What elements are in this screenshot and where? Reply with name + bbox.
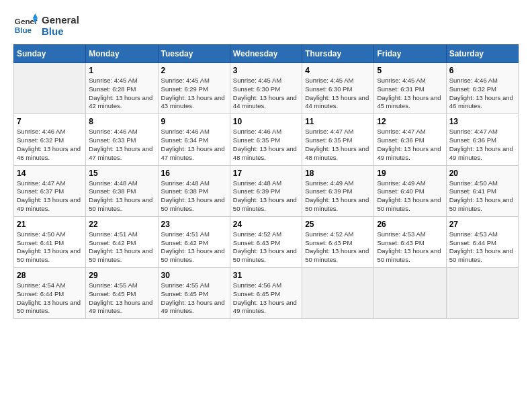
- calendar-cell: 7Sunrise: 4:46 AMSunset: 6:32 PMDaylight…: [14, 114, 86, 165]
- calendar-cell: 10Sunrise: 4:46 AMSunset: 6:35 PMDayligh…: [230, 114, 302, 165]
- day-info: Sunrise: 4:50 AMSunset: 6:41 PMDaylight:…: [449, 179, 515, 214]
- day-number: 8: [89, 117, 154, 126]
- day-number: 25: [305, 220, 371, 229]
- day-info: Sunrise: 4:51 AMSunset: 6:42 PMDaylight:…: [89, 230, 154, 265]
- calendar-cell: 21Sunrise: 4:50 AMSunset: 6:41 PMDayligh…: [14, 216, 86, 267]
- calendar-cell: 12Sunrise: 4:47 AMSunset: 6:36 PMDayligh…: [374, 114, 446, 165]
- day-number: 21: [17, 220, 83, 229]
- calendar-cell: 5Sunrise: 4:45 AMSunset: 6:31 PMDaylight…: [374, 63, 446, 114]
- calendar-cell: 14Sunrise: 4:47 AMSunset: 6:37 PMDayligh…: [14, 165, 86, 216]
- logo: General Blue General Blue: [13, 13, 79, 38]
- day-number: 28: [17, 271, 83, 280]
- day-number: 23: [161, 220, 227, 229]
- calendar-cell: 31Sunrise: 4:56 AMSunset: 6:45 PMDayligh…: [230, 268, 302, 319]
- day-number: 5: [377, 66, 443, 75]
- calendar-cell: 8Sunrise: 4:46 AMSunset: 6:33 PMDaylight…: [86, 114, 158, 165]
- calendar-cell: 2Sunrise: 4:45 AMSunset: 6:29 PMDaylight…: [158, 63, 230, 114]
- day-number: 1: [89, 66, 154, 75]
- day-number: 7: [17, 117, 83, 126]
- day-number: 31: [233, 271, 299, 280]
- calendar-cell: 23Sunrise: 4:51 AMSunset: 6:42 PMDayligh…: [158, 216, 230, 267]
- day-info: Sunrise: 4:52 AMSunset: 6:43 PMDaylight:…: [233, 230, 299, 265]
- calendar-cell: 17Sunrise: 4:48 AMSunset: 6:39 PMDayligh…: [230, 165, 302, 216]
- day-info: Sunrise: 4:49 AMSunset: 6:39 PMDaylight:…: [305, 179, 371, 214]
- logo-icon: General Blue: [13, 13, 38, 38]
- day-number: 2: [161, 66, 227, 75]
- day-number: 29: [89, 271, 154, 280]
- day-number: 12: [377, 117, 443, 126]
- calendar-cell: 30Sunrise: 4:55 AMSunset: 6:45 PMDayligh…: [158, 268, 230, 319]
- day-info: Sunrise: 4:48 AMSunset: 6:39 PMDaylight:…: [233, 179, 299, 214]
- day-info: Sunrise: 4:46 AMSunset: 6:32 PMDaylight:…: [17, 128, 83, 162]
- day-number: 3: [233, 66, 299, 75]
- day-info: Sunrise: 4:50 AMSunset: 6:41 PMDaylight:…: [17, 230, 83, 265]
- day-number: 9: [161, 117, 227, 126]
- logo-general: General: [42, 14, 79, 26]
- weekday-header-row: SundayMondayTuesdayWednesdayThursdayFrid…: [14, 45, 519, 63]
- calendar-table: SundayMondayTuesdayWednesdayThursdayFrid…: [13, 44, 519, 319]
- day-info: Sunrise: 4:47 AMSunset: 6:37 PMDaylight:…: [17, 179, 83, 214]
- calendar-cell: 4Sunrise: 4:45 AMSunset: 6:30 PMDaylight…: [302, 63, 374, 114]
- calendar-cell: 6Sunrise: 4:46 AMSunset: 6:32 PMDaylight…: [446, 63, 518, 114]
- day-number: 6: [449, 66, 515, 75]
- day-info: Sunrise: 4:48 AMSunset: 6:38 PMDaylight:…: [89, 179, 154, 214]
- day-info: Sunrise: 4:49 AMSunset: 6:40 PMDaylight:…: [377, 179, 443, 214]
- day-info: Sunrise: 4:56 AMSunset: 6:45 PMDaylight:…: [233, 281, 299, 316]
- day-info: Sunrise: 4:45 AMSunset: 6:28 PMDaylight:…: [89, 77, 154, 111]
- calendar-week-row: 28Sunrise: 4:54 AMSunset: 6:44 PMDayligh…: [14, 268, 519, 319]
- weekday-header-wednesday: Wednesday: [230, 45, 302, 63]
- day-info: Sunrise: 4:45 AMSunset: 6:30 PMDaylight:…: [305, 77, 371, 111]
- calendar-cell: 13Sunrise: 4:47 AMSunset: 6:36 PMDayligh…: [446, 114, 518, 165]
- day-info: Sunrise: 4:52 AMSunset: 6:43 PMDaylight:…: [305, 230, 371, 265]
- page-header: General Blue General Blue: [13, 13, 519, 38]
- calendar-cell: [14, 63, 86, 114]
- day-info: Sunrise: 4:46 AMSunset: 6:35 PMDaylight:…: [233, 128, 299, 162]
- weekday-header-saturday: Saturday: [446, 45, 518, 63]
- day-info: Sunrise: 4:53 AMSunset: 6:43 PMDaylight:…: [377, 230, 443, 265]
- day-info: Sunrise: 4:54 AMSunset: 6:44 PMDaylight:…: [17, 281, 83, 316]
- calendar-cell: 27Sunrise: 4:53 AMSunset: 6:44 PMDayligh…: [446, 216, 518, 267]
- day-info: Sunrise: 4:55 AMSunset: 6:45 PMDaylight:…: [89, 281, 154, 316]
- calendar-cell: 22Sunrise: 4:51 AMSunset: 6:42 PMDayligh…: [86, 216, 158, 267]
- day-number: 11: [305, 117, 371, 126]
- day-number: 24: [233, 220, 299, 229]
- calendar-cell: 11Sunrise: 4:47 AMSunset: 6:35 PMDayligh…: [302, 114, 374, 165]
- day-number: 26: [377, 220, 443, 229]
- day-info: Sunrise: 4:46 AMSunset: 6:34 PMDaylight:…: [161, 128, 227, 162]
- day-number: 15: [89, 169, 154, 178]
- day-number: 19: [377, 169, 443, 178]
- calendar-cell: 16Sunrise: 4:48 AMSunset: 6:38 PMDayligh…: [158, 165, 230, 216]
- calendar-week-row: 1Sunrise: 4:45 AMSunset: 6:28 PMDaylight…: [14, 63, 519, 114]
- calendar-week-row: 14Sunrise: 4:47 AMSunset: 6:37 PMDayligh…: [14, 165, 519, 216]
- calendar-cell: 15Sunrise: 4:48 AMSunset: 6:38 PMDayligh…: [86, 165, 158, 216]
- day-number: 27: [449, 220, 515, 229]
- day-number: 10: [233, 117, 299, 126]
- weekday-header-tuesday: Tuesday: [158, 45, 230, 63]
- day-info: Sunrise: 4:47 AMSunset: 6:35 PMDaylight:…: [305, 128, 371, 162]
- calendar-cell: [446, 268, 518, 319]
- day-info: Sunrise: 4:45 AMSunset: 6:31 PMDaylight:…: [377, 77, 443, 111]
- day-info: Sunrise: 4:46 AMSunset: 6:32 PMDaylight:…: [449, 77, 515, 111]
- day-number: 30: [161, 271, 227, 280]
- calendar-cell: 29Sunrise: 4:55 AMSunset: 6:45 PMDayligh…: [86, 268, 158, 319]
- day-number: 14: [17, 169, 83, 178]
- day-info: Sunrise: 4:51 AMSunset: 6:42 PMDaylight:…: [161, 230, 227, 265]
- calendar-cell: 18Sunrise: 4:49 AMSunset: 6:39 PMDayligh…: [302, 165, 374, 216]
- day-number: 22: [89, 220, 154, 229]
- day-info: Sunrise: 4:47 AMSunset: 6:36 PMDaylight:…: [449, 128, 515, 162]
- day-info: Sunrise: 4:45 AMSunset: 6:29 PMDaylight:…: [161, 77, 227, 111]
- calendar-cell: 25Sunrise: 4:52 AMSunset: 6:43 PMDayligh…: [302, 216, 374, 267]
- day-number: 4: [305, 66, 371, 75]
- day-number: 20: [449, 169, 515, 178]
- calendar-cell: 24Sunrise: 4:52 AMSunset: 6:43 PMDayligh…: [230, 216, 302, 267]
- calendar-cell: 19Sunrise: 4:49 AMSunset: 6:40 PMDayligh…: [374, 165, 446, 216]
- weekday-header-sunday: Sunday: [14, 45, 86, 63]
- day-info: Sunrise: 4:55 AMSunset: 6:45 PMDaylight:…: [161, 281, 227, 316]
- svg-text:Blue: Blue: [15, 26, 32, 34]
- day-number: 17: [233, 169, 299, 178]
- day-info: Sunrise: 4:48 AMSunset: 6:38 PMDaylight:…: [161, 179, 227, 214]
- weekday-header-friday: Friday: [374, 45, 446, 63]
- calendar-cell: 26Sunrise: 4:53 AMSunset: 6:43 PMDayligh…: [374, 216, 446, 267]
- calendar-cell: 28Sunrise: 4:54 AMSunset: 6:44 PMDayligh…: [14, 268, 86, 319]
- day-info: Sunrise: 4:45 AMSunset: 6:30 PMDaylight:…: [233, 77, 299, 111]
